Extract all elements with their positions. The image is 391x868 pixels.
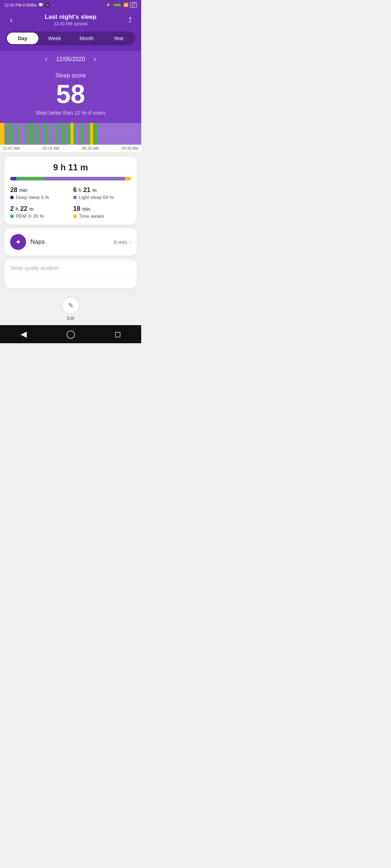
deep-sleep-label: Deep sleep 5 %	[10, 195, 68, 200]
more-icon: ···	[51, 3, 55, 7]
awake-stat: 18 min Time awake	[73, 205, 131, 219]
naps-icon: ✦	[10, 234, 26, 250]
status-right: ⚡ VPN 📶 27	[106, 2, 137, 8]
light-sleep-dot	[73, 196, 77, 199]
header: ‹ Last night's sleep 12:40 PM synced ⤴	[0, 10, 141, 31]
light-sleep-stat: 6 h 21 m Light sleep 69 %	[73, 186, 131, 200]
time-label-1: 12:07 AM	[3, 146, 20, 150]
date-navigation: ‹ 12/05/2020 ›	[0, 51, 141, 69]
tab-day[interactable]: Day	[7, 33, 38, 44]
awake-label: Time awake	[73, 213, 131, 219]
sleep-stats-grid: 28 min Deep sleep 5 % 6 h 21 m Light sle…	[10, 186, 131, 219]
status-bar: 12:42 PM 0.0KB/s 💬 W ··· ⚡ VPN 📶 27	[0, 0, 141, 10]
back-button[interactable]: ‹	[6, 16, 17, 24]
prev-date-button[interactable]: ‹	[45, 55, 47, 63]
naps-card[interactable]: ✦ Naps 0 min ›	[4, 228, 137, 256]
light-sleep-value: 6 h 21 m	[73, 186, 131, 194]
home-nav-button[interactable]: ◯	[64, 329, 77, 339]
sleep-quality-label: Sleep quality analysis	[10, 265, 131, 271]
sleep-score-label: Sleep score	[0, 72, 141, 79]
total-sleep-duration: 9 h 11 m	[10, 162, 131, 173]
sleep-score-subtitle: Slept better than 12 % of users	[0, 110, 141, 116]
tabs-container: Day Week Month Year	[0, 31, 141, 51]
signal-icon: 📶	[123, 3, 129, 7]
deep-sleep-value: 28 min	[10, 186, 68, 194]
wow-icon: W	[45, 3, 50, 7]
status-left: 12:42 PM 0.0KB/s 💬 W ···	[4, 3, 55, 7]
light-sleep-label: Light sleep 69 %	[73, 195, 131, 200]
header-title-group: Last night's sleep 12:40 PM synced	[45, 13, 97, 26]
deep-sleep-stat: 28 min Deep sleep 5 %	[10, 186, 68, 200]
nav-bar: ◀ ◯ ◻	[0, 325, 141, 343]
period-tabs: Day Week Month Year	[6, 31, 135, 45]
recent-nav-button[interactable]: ◻	[111, 329, 124, 339]
sleep-score-section: Sleep score 58 Slept better than 12 % of…	[0, 69, 141, 123]
sleep-chart	[0, 123, 141, 145]
edit-icon: ✎	[68, 302, 73, 310]
rem-sleep-value: 2 h 22 m	[10, 205, 68, 213]
tab-year[interactable]: Year	[103, 33, 135, 44]
sync-status: 12:40 PM synced	[45, 21, 97, 26]
naps-value: 0 min	[114, 239, 127, 245]
time-label-2: 03:16 AM	[42, 146, 59, 150]
edit-label: Edit	[67, 316, 75, 321]
quality-divider	[10, 275, 131, 275]
edit-button[interactable]: ✎	[62, 297, 79, 314]
awake-dot	[73, 214, 77, 218]
bottom-bar: ✎ Edit	[0, 293, 141, 324]
next-date-button[interactable]: ›	[94, 55, 96, 63]
naps-label: Naps	[30, 238, 45, 246]
time-labels: 12:07 AM 03:16 AM 06:25 AM 09:36 AM	[0, 145, 141, 152]
naps-left: ✦ Naps	[10, 234, 45, 250]
share-button[interactable]: ⤴	[125, 16, 135, 24]
sleep-quality-card: Sleep quality analysis	[4, 259, 137, 288]
awake-value: 18 min	[73, 205, 131, 213]
page-title: Last night's sleep	[45, 13, 97, 21]
tab-week[interactable]: Week	[39, 33, 71, 44]
rem-sleep-dot	[10, 214, 14, 218]
network-speed: 0.0KB/s	[23, 3, 37, 7]
naps-chevron-icon: ›	[129, 239, 131, 245]
vpn-badge: VPN	[112, 3, 122, 7]
sleep-stats-card: 9 h 11 m 28 min Deep sleep 5 % 6 h 21 m …	[4, 157, 137, 225]
sleep-bar	[10, 177, 131, 180]
rem-sleep-label: REM ⊙ 26 %	[10, 213, 68, 219]
bluetooth-icon: ⚡	[106, 3, 111, 7]
time: 12:42 PM	[4, 3, 21, 7]
deep-sleep-dot	[10, 196, 14, 199]
tab-month[interactable]: Month	[71, 33, 102, 44]
current-date: 12/05/2020	[56, 56, 85, 63]
whatsapp-icon: 💬	[38, 3, 43, 7]
back-nav-button[interactable]: ◀	[17, 329, 30, 339]
rem-sleep-stat: 2 h 22 m REM ⊙ 26 %	[10, 205, 68, 219]
sleep-score-value: 58	[0, 81, 141, 107]
time-label-4: 09:36 AM	[122, 146, 138, 150]
battery-indicator: 27	[130, 2, 137, 8]
time-label-3: 06:25 AM	[82, 146, 98, 150]
naps-right: 0 min ›	[114, 239, 131, 245]
